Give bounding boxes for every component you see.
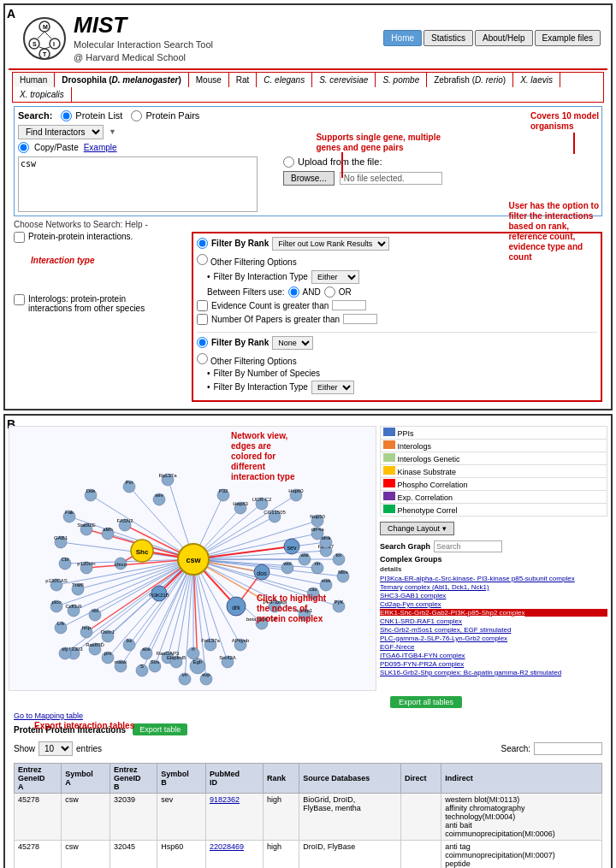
search-graph-row: Search Graph (380, 540, 607, 552)
networks-help[interactable]: Choose Networks to Search: Help - (14, 220, 148, 229)
show-select[interactable]: 10 25 50 100 (38, 741, 73, 756)
mapping-link[interactable]: Go to Mapping table (14, 712, 83, 720)
ppi-color (383, 428, 395, 436)
radio-or[interactable] (324, 286, 335, 298)
cell-pubmed-1[interactable]: 9182362 (205, 793, 263, 840)
evidence-count-checkbox[interactable] (197, 300, 208, 311)
complex-itga6[interactable]: ITGA6-ITGB4-FYN complex (380, 652, 607, 659)
svg-text:rl: rl (192, 647, 194, 652)
interologs-checkbox[interactable] (14, 294, 25, 305)
ppi-checkbox[interactable] (14, 232, 25, 243)
find-dropdown-indicator: ▼ (109, 127, 116, 136)
org-tab-xtropicalis[interactable]: X. tropicalis (13, 87, 72, 102)
papers-count-checkbox[interactable] (197, 314, 208, 325)
org-tab-rat[interactable]: Rat (229, 73, 258, 87)
complex-pd095[interactable]: PD095-FYN-PR2A complex (380, 660, 607, 668)
interologs-type-select[interactable]: Either (311, 381, 354, 394)
org-tab-zebrafish[interactable]: Zebrafish (D. rerio) (427, 73, 513, 87)
radio-protein-pairs[interactable] (131, 110, 142, 121)
org-tab-scerevisiae[interactable]: S. cerevisiae (312, 73, 376, 87)
complex-plc[interactable]: PLC-gamma-2-SLP-76-Lyn-Grb2 complex (380, 635, 607, 642)
export-all-button[interactable]: Export all tables (390, 696, 462, 708)
section-a-label: A (7, 7, 15, 21)
svg-text:pnt: pnt (104, 651, 112, 656)
radio-interologs-other[interactable] (197, 353, 208, 364)
cell-geneid-b-2: 32045 (110, 840, 157, 868)
search-graph-input[interactable] (434, 540, 502, 552)
cell-pubmed-2[interactable]: 22028469 (205, 840, 263, 868)
logo-area: M S I T MIST Molecular Interaction Searc… (22, 12, 213, 65)
org-tab-xlaevis[interactable]: X. laevis (513, 73, 560, 87)
complex-cd2ap[interactable]: Cd2ap-Fyn complex (380, 600, 607, 608)
nav-about[interactable]: About/Help (475, 30, 532, 46)
complex-egf[interactable]: EGF-Nrece (380, 643, 607, 651)
title-group: MIST Molecular Interaction Search Tool @… (74, 12, 213, 65)
change-layout-button[interactable]: Change Layout ▾ (380, 522, 454, 535)
cell-sources-2: DroID, FlyBase (299, 840, 401, 868)
complex-slk16[interactable]: SLK16-Grb2-Shp complex: Bc-apatin gamma-… (380, 669, 607, 676)
evidence-count-input[interactable] (332, 300, 366, 310)
show-label: Show (14, 744, 35, 753)
gene-input[interactable]: csw (18, 156, 258, 212)
nav-statistics[interactable]: Statistics (424, 30, 473, 46)
export-annotation-text: Export interaction tables (34, 721, 134, 730)
svg-text:FoiL37a: FoiL37a (201, 638, 220, 643)
org-tab-mouse[interactable]: Mouse (189, 73, 229, 87)
interologs-checkbox-row: Interologs: protein-proteininteractions … (14, 294, 145, 313)
example-link[interactable]: Example (84, 143, 117, 152)
rank-select[interactable]: Filter out Low Rank Results (272, 237, 389, 251)
filter-annotation: User has the option tofilter the interac… (508, 200, 599, 262)
radio-copy[interactable] (18, 142, 29, 153)
organism-tabs: Human Drosophila (D. melanogaster) Mouse… (12, 72, 604, 103)
interologs-type-row: • Filter By Interaction Type Either (197, 381, 597, 394)
legend-interologs-genetic: Interologs Genetic (381, 452, 607, 464)
search-table-input[interactable] (534, 742, 602, 755)
svg-text:svp: svp (202, 672, 210, 677)
svg-text:Ras85D: Ras85D (86, 642, 104, 647)
radio-filter-rank[interactable] (197, 238, 208, 249)
annotation-supports-text: Supports single gene, multiplegenes and … (316, 133, 441, 152)
ppi-label: Protein-protein interactions. (28, 232, 133, 241)
radio-protein-list[interactable] (61, 110, 72, 121)
complex-cnk1[interactable]: CNK1-SRD-RAF1 complex (380, 617, 607, 625)
interaction-type-select[interactable]: Either Direct Indirect (311, 270, 359, 284)
complex-shc3[interactable]: SHC3-GAB1 complex (380, 592, 607, 599)
col-direct: Direct (401, 763, 441, 793)
protein-list-label: Protein List (75, 110, 122, 121)
cell-sources-1: BioGrid, DroID,FlyBase, mentha (299, 793, 401, 840)
complex-erk1[interactable]: ERK1-Shc-Grb2-Gab2-PI3K-p85-Shp2 complex (380, 609, 607, 617)
nav-examples[interactable]: Example files (535, 30, 601, 46)
interologs-rank-select[interactable]: None (272, 336, 313, 350)
svg-text:Dsor1: Dsor1 (101, 629, 116, 635)
org-tab-human[interactable]: Human (13, 73, 55, 87)
complex-ternary[interactable]: Ternary complex (Abl1, Dck1, Nck1) (380, 583, 607, 591)
complex-shc-grb2[interactable]: Shc-Grb2-mSos1 complex, EGF stimulated (380, 626, 607, 634)
section-a: A M S I T MIST Mol (3, 3, 613, 410)
svg-text:T: T (43, 51, 47, 57)
data-table: EntrezGeneIDA SymbolA EntrezGeneIDB Symb… (14, 763, 602, 868)
complex-pi3k[interactable]: PI3Kca-ER-alpha-c-Src-kinase- PI3-kinase… (380, 575, 607, 582)
radio-and[interactable] (288, 286, 299, 298)
svg-text:RpL37a: RpL37a (158, 473, 177, 478)
or-label: OR (339, 287, 352, 297)
find-select[interactable]: Find Interactors (18, 125, 104, 139)
and-label: AND (303, 287, 321, 297)
cell-geneid-a-1: 45278 (15, 793, 62, 840)
nav-home[interactable]: Home (383, 30, 422, 46)
exp-color (383, 492, 395, 500)
svg-text:dos: dos (257, 570, 267, 576)
org-tab-spombe[interactable]: S. pombe (376, 73, 427, 87)
radio-other-filtering[interactable] (197, 254, 208, 265)
legend-table: PPIs Interologs Interologs Genetic (380, 426, 607, 517)
org-tab-celegans[interactable]: C. elegans (257, 73, 312, 87)
show-row: Show 10 25 50 100 entries (14, 741, 102, 756)
radio-interologs-rank[interactable] (197, 337, 208, 348)
radio-upload[interactable] (283, 156, 294, 168)
org-tab-drosophila[interactable]: Drosophila (D. melanogaster) (55, 73, 189, 87)
legend-phospho: Phospho Correlation (381, 477, 607, 490)
svg-text:wol: wol (282, 561, 291, 566)
export-table-button[interactable]: Export table (133, 723, 187, 735)
papers-count-input[interactable] (343, 314, 377, 324)
svg-text:bs: bs (127, 638, 132, 643)
svg-text:sev: sev (287, 545, 297, 551)
